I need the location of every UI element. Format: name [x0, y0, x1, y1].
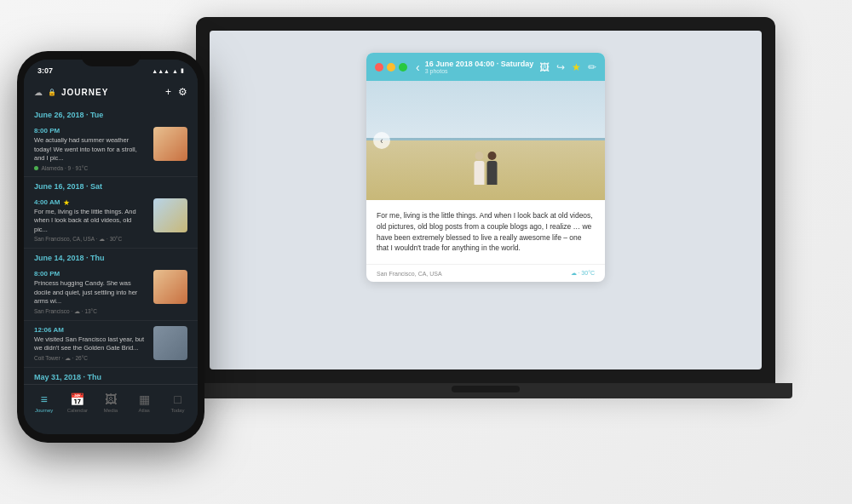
media-nav-label: Media: [104, 408, 118, 413]
calendar-nav-label: Calendar: [67, 408, 88, 413]
wifi-icon: ▲: [172, 68, 178, 74]
add-icon[interactable]: +: [165, 86, 171, 98]
minimize-button[interactable]: [387, 63, 395, 72]
entry-preview-1: We actually had summer weather today! We…: [34, 136, 147, 163]
traffic-lights: [375, 63, 407, 72]
laptop-base: [179, 383, 792, 398]
journal-footer: San Francisco, CA, USA ☁ · 30°C: [366, 264, 605, 282]
star-icon[interactable]: ★: [572, 61, 581, 73]
entry-info-2: 4:00 AM ★ For me, living is the little t…: [34, 198, 147, 243]
nav-journey[interactable]: ≡ Journey: [27, 392, 60, 413]
phone-app-header: ☁ 🔒 JOURNEY + ⚙: [24, 78, 198, 106]
journal-weather: ☁ · 30°C: [571, 270, 595, 277]
entry-thumb-2: [153, 198, 187, 232]
thumb-img-4: [153, 326, 187, 360]
entry-thumb-1: [153, 127, 187, 161]
laptop-body: ‹ 16 June 2018 04:00 · Saturday 3 photos…: [196, 17, 775, 383]
phone-bottom-nav: ≡ Journey 📅 Calendar 🖼 Media ▦ Atlas □: [24, 384, 198, 421]
cloud-icon: ☁: [34, 88, 43, 97]
entry-meta-2: San Francisco, CA, USA · ☁ · 30°C: [34, 236, 147, 243]
photo-prev-arrow[interactable]: ‹: [373, 132, 390, 149]
lock-icon: 🔒: [48, 89, 56, 96]
phone-body: 3:07 ▲▲▲ ▲ ▮ ☁ 🔒 JOURNEY + ⚙: [17, 51, 204, 443]
journal-photo: ‹: [366, 81, 605, 200]
laptop-desktop: ‹ 16 June 2018 04:00 · Saturday 3 photos…: [210, 31, 762, 369]
settings-icon[interactable]: ⚙: [178, 86, 187, 98]
entry-preview-3: Princess hugging Candy. She was docile a…: [34, 279, 147, 306]
back-arrow-icon[interactable]: ‹: [416, 60, 420, 74]
entry-meta-1: Alameda · 9 · 91°C: [34, 165, 147, 171]
close-button[interactable]: [375, 63, 383, 72]
nav-calendar[interactable]: 📅 Calendar: [60, 392, 94, 413]
entry-meta-3: San Francisco · ☁ · 13°C: [34, 308, 147, 315]
status-icons: ▲▲▲ ▲ ▮: [152, 67, 184, 74]
person2-head: [488, 152, 497, 160]
date-header-5: May 31, 2018 · Thu: [24, 368, 198, 384]
entry-preview-4: We visited San Francisco last year, but …: [34, 335, 147, 353]
star-badge-2: ★: [63, 198, 70, 207]
nav-today[interactable]: □ Today: [161, 392, 194, 413]
today-nav-icon: □: [174, 392, 181, 406]
share-icon[interactable]: ↪: [556, 61, 565, 73]
phone-device: 3:07 ▲▲▲ ▲ ▮ ☁ 🔒 JOURNEY + ⚙: [17, 51, 213, 451]
journal-date: 16 June 2018 04:00 · Saturday: [425, 60, 534, 68]
calendar-nav-icon: 📅: [70, 392, 84, 406]
photo-icon[interactable]: 🖼: [539, 61, 550, 73]
entry-info-4: 12:06 AM We visited San Francisco last y…: [34, 326, 147, 362]
couple-figure: [475, 152, 498, 185]
signal-icon: ▲▲▲: [152, 68, 170, 74]
entry-time-2: 4:00 AM: [34, 198, 60, 206]
date-header-1: June 26, 2018 · Tue: [24, 106, 198, 122]
nav-media[interactable]: 🖼 Media: [94, 392, 127, 413]
phone-app-title: JOURNEY: [61, 88, 108, 97]
date-header-2: June 16, 2018 · Sat: [24, 177, 198, 193]
journal-content: For me, living is the little things. And…: [366, 200, 605, 264]
journal-card: ‹ 16 June 2018 04:00 · Saturday 3 photos…: [366, 53, 605, 282]
entry-thumb-4: [153, 326, 187, 360]
header-left: ‹ 16 June 2018 04:00 · Saturday 3 photos: [375, 60, 533, 74]
person2: [487, 152, 498, 185]
laptop-screen: ‹ 16 June 2018 04:00 · Saturday 3 photos…: [210, 31, 762, 369]
journey-nav-icon: ≡: [41, 392, 48, 406]
entry-item-4[interactable]: 12:06 AM We visited San Francisco last y…: [24, 321, 198, 368]
entry-time-4: 12:06 AM: [34, 326, 147, 334]
maximize-button[interactable]: [399, 63, 407, 72]
header-actions: 🖼 ↪ ★ ✏: [539, 61, 596, 73]
media-nav-icon: 🖼: [105, 392, 117, 406]
edit-icon[interactable]: ✏: [588, 61, 596, 73]
entry-thumb-3: [153, 270, 187, 304]
atlas-nav-icon: ▦: [139, 392, 150, 406]
today-nav-label: Today: [170, 408, 184, 413]
entry-item-2[interactable]: 4:00 AM ★ For me, living is the little t…: [24, 193, 198, 249]
thumb-img-3: [153, 270, 187, 304]
person1-body: [475, 161, 485, 185]
person1: [475, 152, 485, 185]
sky: [366, 81, 605, 146]
nav-atlas[interactable]: ▦ Atlas: [128, 392, 161, 413]
photo-count: 3 photos: [425, 68, 534, 74]
journal-location: San Francisco, CA, USA: [377, 271, 442, 277]
person2-body: [487, 161, 498, 185]
entry-meta-4: Coit Tower · ☁ · 26°C: [34, 355, 147, 362]
atlas-nav-label: Atlas: [139, 408, 150, 413]
phone-entry-list: June 26, 2018 · Tue 8:00 PM We actually …: [24, 106, 198, 384]
journal-card-header: ‹ 16 June 2018 04:00 · Saturday 3 photos…: [366, 53, 605, 81]
entry-time-1: 8:00 PM: [34, 127, 147, 135]
thumb-img-2: [153, 198, 187, 232]
entry-item-1[interactable]: 8:00 PM We actually had summer weather t…: [24, 122, 198, 177]
beach-scene: [366, 81, 605, 200]
entry-preview-2: For me, living is the little things. And…: [34, 208, 147, 235]
journey-nav-label: Journey: [35, 408, 53, 413]
entry-time-3: 8:00 PM: [34, 270, 147, 278]
thumb-img-1: [153, 127, 187, 161]
phone-header-right: + ⚙: [165, 86, 187, 98]
weather-dot-1: [34, 166, 38, 170]
header-date-block: 16 June 2018 04:00 · Saturday 3 photos: [425, 60, 534, 74]
journal-body-text: For me, living is the little things. And…: [377, 210, 595, 254]
phone-header-left: ☁ 🔒 JOURNEY: [34, 88, 108, 97]
battery-icon: ▮: [181, 67, 184, 74]
laptop-device: ‹ 16 June 2018 04:00 · Saturday 3 photos…: [196, 17, 792, 485]
entry-info-3: 8:00 PM Princess hugging Candy. She was …: [34, 270, 147, 315]
person1-head: [475, 152, 484, 160]
entry-item-3[interactable]: 8:00 PM Princess hugging Candy. She was …: [24, 265, 198, 321]
